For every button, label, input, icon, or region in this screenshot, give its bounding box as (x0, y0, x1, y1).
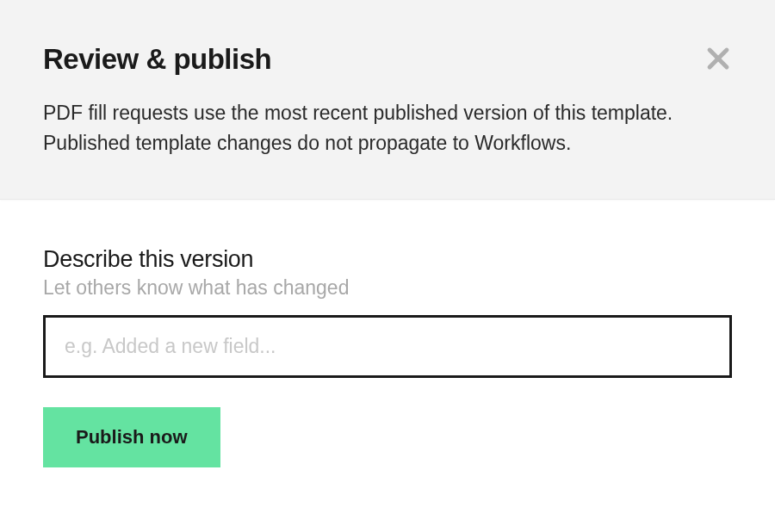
version-field-helper: Let others know what has changed (43, 276, 732, 300)
close-icon (704, 44, 733, 73)
modal-description: PDF fill requests use the most recent pu… (43, 98, 732, 158)
modal-header: Review & publish PDF fill requests use t… (0, 0, 775, 200)
version-description-input[interactable] (43, 315, 732, 378)
version-field-label: Describe this version (43, 246, 732, 273)
close-button[interactable] (701, 41, 735, 76)
publish-button[interactable]: Publish now (43, 407, 220, 467)
modal-title: Review & publish (43, 43, 732, 76)
modal-body: Describe this version Let others know wh… (0, 200, 775, 510)
